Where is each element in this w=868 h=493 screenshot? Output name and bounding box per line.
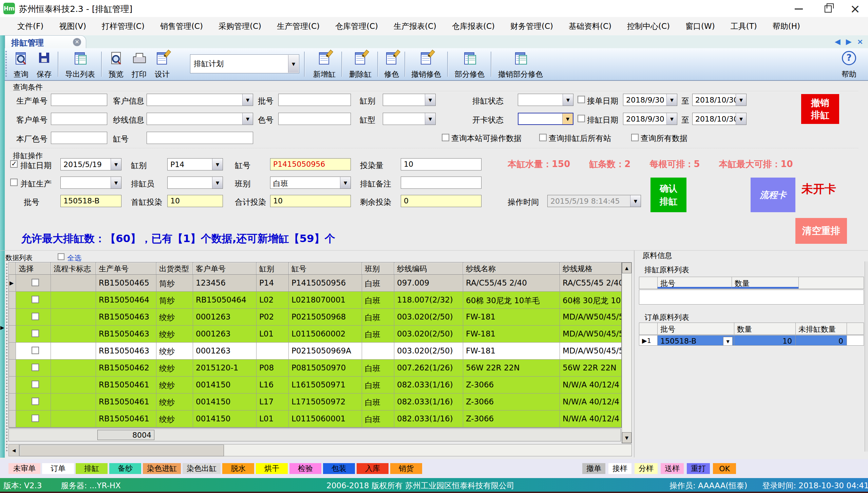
row-checkbox[interactable]	[32, 381, 39, 388]
partial-fix-color-button[interactable]: 部分修色	[451, 50, 489, 80]
preview-button[interactable]: 预览	[105, 50, 127, 80]
grid-vertical-scrollbar[interactable]: ▲ ▼	[622, 262, 632, 443]
order-remaining-header[interactable]: 未排缸数量	[796, 323, 847, 335]
ship-type-cell[interactable]: 绞纱	[156, 377, 193, 394]
legend-item[interactable]: 接样	[608, 463, 631, 474]
yarn-name-cell[interactable]: FW-181	[463, 343, 560, 360]
tank-no-cell[interactable]: L1715050972	[289, 394, 362, 410]
op-batch-input[interactable]: 150518-B	[60, 195, 121, 207]
prev-tab-icon[interactable]: ◀	[835, 37, 841, 46]
chevron-down-icon[interactable]: ▼	[242, 94, 253, 106]
flowcard-flag-cell[interactable]	[51, 309, 96, 326]
menu-item[interactable]: 财务管理(C)	[503, 21, 561, 32]
toolbar-drag-handle[interactable]	[5, 51, 7, 77]
chevron-down-icon[interactable]: ▼	[288, 55, 299, 73]
materials-scrollbar[interactable]	[865, 261, 868, 452]
yarn-name-cell[interactable]: 56W 22R 22N	[463, 360, 560, 377]
tank-class-cell[interactable]: L02	[257, 292, 289, 309]
first-dye-input[interactable]: 10	[167, 195, 223, 207]
yarn-code-cell[interactable]: 082.033(1/16)	[394, 377, 463, 394]
tank-class-cell[interactable]	[257, 343, 289, 360]
tank-qty-header[interactable]: 数量	[732, 277, 799, 289]
query-after-arrange-checkbox[interactable]	[539, 134, 547, 141]
chevron-down-icon[interactable]: ▼	[111, 177, 121, 188]
row-checkbox[interactable]	[32, 313, 39, 320]
op-tank-class-select[interactable]: P14▼	[167, 158, 223, 170]
grid-column-header[interactable]: 流程卡标志	[51, 262, 96, 275]
next-tab-icon[interactable]: ▶	[846, 37, 852, 46]
tank-class-cell[interactable]: L17	[257, 394, 289, 410]
row-select-cell[interactable]	[16, 360, 51, 377]
plan-type-select[interactable]: 排缸计划 ▼	[190, 54, 299, 73]
add-tank-button[interactable]: 新增缸	[309, 50, 340, 80]
yarn-code-cell[interactable]: 007.262(1/26)	[394, 360, 463, 377]
select-all-checkbox[interactable]	[58, 253, 64, 260]
yarn-code-cell[interactable]: 003.020(2/50)	[394, 326, 463, 343]
menu-item[interactable]: 文件(F)	[10, 21, 51, 32]
query-all-data-checkbox[interactable]	[631, 134, 639, 141]
batch-no-input[interactable]	[278, 94, 351, 106]
tank-class-cell[interactable]: L01	[257, 326, 289, 343]
remain-dye-input[interactable]: 0	[401, 195, 482, 207]
grid-row[interactable]: RB15050463 绞纱 0001263 L01 L0115060002 白班…	[9, 326, 621, 343]
prod-no-cell[interactable]: RB15050463	[96, 309, 156, 326]
row-selector-cell[interactable]	[9, 343, 16, 360]
grid-row[interactable]: RB15050461 绞纱 0014150 L17 L1715050972 白班…	[9, 394, 621, 410]
shift-cell[interactable]: 白班	[362, 309, 394, 326]
yarn-spec-cell[interactable]: N/W/A 40/12/4	[560, 410, 621, 427]
left-panel-strip[interactable]: ▶	[0, 35, 5, 458]
tab-arrange-management[interactable]: 排缸管理 ✕	[5, 35, 86, 49]
cust-order-cell[interactable]: RB15050464	[193, 292, 257, 309]
legend-item[interactable]: 重打	[687, 463, 710, 474]
grid-row[interactable]: ▶ RB15050465 筒纱 123456 P14 P1415050956 白…	[9, 275, 621, 292]
cust-order-cell[interactable]: 2015120-1	[193, 360, 257, 377]
row-checkbox[interactable]	[32, 364, 39, 371]
save-button[interactable]: 保存	[33, 50, 55, 80]
tank-no-cell[interactable]: P1415050956	[289, 275, 362, 292]
row-selector-cell[interactable]	[9, 309, 16, 326]
yarn-spec-cell[interactable]: MD/A/W50/45/5	[560, 309, 621, 326]
shift-cell[interactable]: 白班	[362, 326, 394, 343]
yarn-name-cell[interactable]: Z-3066	[463, 394, 560, 410]
cust-order-cell[interactable]: 123456	[193, 275, 257, 292]
row-select-cell[interactable]	[16, 394, 51, 410]
shift-cell[interactable]	[362, 343, 394, 360]
flowcard-flag-cell[interactable]	[51, 292, 96, 309]
grid-row[interactable]: RB15050462 绞纱 2015120-1 P08 P0815050970 …	[9, 360, 621, 377]
close-tab-icon[interactable]: ×	[857, 37, 863, 46]
yarn-code-cell[interactable]: 003.020(2/50)	[394, 309, 463, 326]
yarn-code-cell[interactable]: 003.020(2/50)	[394, 343, 463, 360]
cust-order-cell[interactable]: 0001263	[193, 343, 257, 360]
shift-cell[interactable]: 白班	[362, 275, 394, 292]
ship-type-cell[interactable]: 绞纱	[156, 360, 193, 377]
grid-row[interactable]: RB15050461 绞纱 0014150 L01 L0115060001 白班…	[9, 410, 621, 427]
prod-no-cell[interactable]: RB15050462	[96, 360, 156, 377]
chevron-down-icon[interactable]: ▼	[111, 159, 121, 170]
cust-order-cell[interactable]: 0014150	[193, 394, 257, 410]
grid-row[interactable]: RB15050463 绞纱 0001263 P0215050969A 003.0…	[9, 343, 621, 360]
prod-no-cell[interactable]: RB15050464	[96, 292, 156, 309]
fix-color-button[interactable]: 修色	[380, 50, 403, 80]
ship-type-cell[interactable]: 筒纱	[156, 275, 193, 292]
grid-column-header[interactable]: 缸别	[257, 262, 289, 275]
menu-item[interactable]: 仓库管理(C)	[327, 21, 386, 32]
splitter-handle[interactable]	[6, 263, 7, 452]
restore-button[interactable]	[817, 3, 839, 15]
tank-batch-header[interactable]: 批号	[658, 277, 732, 289]
prod-no-cell[interactable]: RB15050463	[96, 343, 156, 360]
yarn-name-cell[interactable]: Z-3066	[463, 410, 560, 427]
prod-no-cell[interactable]: RB15050461	[96, 377, 156, 394]
legend-item[interactable]: OK	[713, 463, 736, 474]
grid-row[interactable]: RB15050464 筒纱 RB15050464 L02 L0218070001…	[9, 292, 621, 309]
close-button[interactable]: ×	[844, 3, 866, 15]
tank-no-cell[interactable]: L0115060002	[289, 326, 362, 343]
prod-no-input[interactable]	[51, 94, 107, 106]
order-qty-header[interactable]: 数量	[734, 323, 796, 335]
flowcard-flag-cell[interactable]	[51, 275, 96, 292]
row-selector-cell[interactable]	[9, 326, 16, 343]
chevron-down-icon[interactable]: ▼	[425, 94, 435, 106]
yarn-name-cell[interactable]: FW-181	[463, 309, 560, 326]
flowcard-flag-cell[interactable]	[51, 326, 96, 343]
menu-item[interactable]: 生产报表(C)	[386, 21, 444, 32]
flowcard-flag-cell[interactable]	[51, 410, 96, 427]
